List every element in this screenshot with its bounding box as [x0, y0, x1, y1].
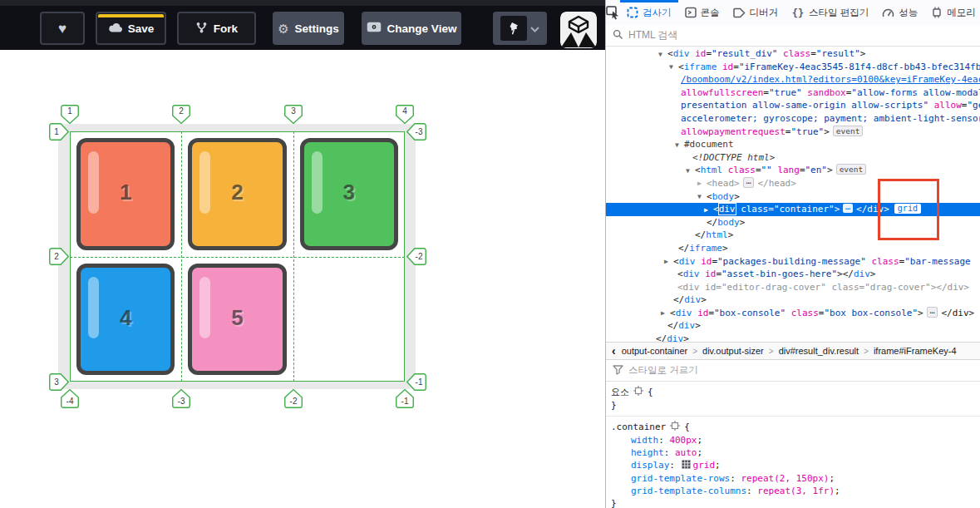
css-property[interactable]: width: 400px; — [611, 434, 980, 446]
grid-line-number-marker: 3 — [49, 373, 69, 391]
markup-row[interactable]: ▼<iframe id="iFrameKey-4eac3545-81f4-d8c… — [606, 61, 980, 74]
ellipsis-badge[interactable]: ⋯ — [743, 177, 755, 188]
ellipsis-badge[interactable]: ⋯ — [927, 307, 938, 318]
expand-arrow-icon[interactable]: ▼ — [697, 190, 707, 203]
tab-performance[interactable]: 성능 — [875, 0, 924, 25]
save-button[interactable]: Save — [96, 12, 166, 45]
ellipsis-badge[interactable]: ⋯ — [843, 204, 853, 213]
event-badge[interactable]: event — [836, 164, 867, 175]
tab-debugger[interactable]: 디버거 — [726, 0, 785, 25]
grid-row-line — [70, 257, 405, 258]
markup-row[interactable]: <div id="editor-drag-cover" class="drag-… — [606, 281, 980, 294]
markup-text: = — [716, 269, 721, 279]
svg-text:-1: -1 — [401, 397, 409, 406]
markup-row[interactable]: ▶<div id="packages-building-message" cla… — [606, 255, 980, 269]
css-property[interactable]: grid-template-rows: repeat(2, 150px); — [611, 472, 980, 485]
markup-text: body — [717, 217, 740, 228]
fork-button[interactable]: Fork — [177, 12, 256, 45]
css-property[interactable]: grid-template-columns: repeat(3, 1fr); — [611, 485, 980, 497]
pick-element-icon — [606, 6, 620, 20]
css-property[interactable]: display: grid; — [611, 459, 980, 472]
markup-text: "bar-message — [904, 256, 970, 267]
expand-arrow-icon[interactable]: ▼ — [686, 165, 695, 177]
markup-row[interactable]: </iframe> — [606, 242, 980, 255]
markup-row[interactable]: </div> — [606, 333, 980, 342]
markup-row[interactable]: ▼<html class="" lang="en">event — [606, 164, 980, 177]
markup-text: html — [706, 229, 728, 240]
markup-row[interactable]: accelerometer; gyroscope; payment; ambie… — [606, 112, 980, 126]
property-value: 400px — [669, 435, 697, 446]
fork-button-label: Fork — [214, 22, 238, 35]
markup-text: > — [835, 204, 840, 215]
box-number-label: 4 — [81, 305, 170, 331]
tab-inspector[interactable]: 검사기 — [620, 0, 678, 25]
markup-text: < — [678, 62, 684, 72]
codepen-logo[interactable] — [560, 12, 597, 48]
tab-style-editor[interactable]: {}스타일 편집기 — [785, 0, 875, 25]
breadcrumb-item[interactable]: iframe#iFrameKey-4 — [874, 346, 957, 356]
markup-row[interactable]: </div> — [606, 319, 980, 333]
event-badge[interactable]: event — [833, 126, 864, 136]
markup-row[interactable]: </div> — [606, 293, 980, 307]
grid-item-box-2: 2 — [188, 138, 286, 250]
markup-row[interactable]: ▼#document — [606, 138, 980, 151]
markup-row[interactable]: /boomboom/v2/index.html?editors=0100&key… — [606, 73, 980, 86]
markup-row[interactable]: ▶<div id="box-console" class="box box-co… — [606, 307, 980, 320]
box-number-label: 2 — [192, 180, 282, 206]
expand-arrow-icon[interactable]: ▶ — [661, 307, 670, 319]
property-value: repeat(2, 150px) — [741, 473, 829, 484]
expand-arrow-icon[interactable]: ▶ — [697, 177, 707, 190]
breadcrumb-back-icon[interactable]: ‹ — [606, 344, 622, 358]
markup-text: </ — [695, 229, 706, 240]
pin-button[interactable] — [493, 12, 547, 45]
selector-text: .container — [611, 422, 666, 432]
expand-arrow-icon[interactable]: ▶ — [704, 204, 713, 216]
tab-memory[interactable]: 메모리 — [924, 0, 980, 25]
markup-row[interactable]: ▼<div id="result_div" class="result"> — [606, 47, 980, 61]
markup-text: > — [837, 269, 843, 279]
breadcrumb-item[interactable]: output-container — [622, 346, 688, 356]
highlight-target-icon[interactable] — [633, 386, 643, 399]
fork-icon — [195, 22, 208, 36]
tab-label: 메모리 — [947, 7, 976, 19]
tab-console[interactable]: 콘솔 — [678, 0, 726, 25]
box-number-label: 5 — [192, 305, 282, 331]
markup-row[interactable]: <div id="asset-bin-goes-here"></div> — [606, 268, 980, 281]
preview-canvas: 12345 1234-4-3-2-1123-3-2-1 — [0, 50, 605, 508]
html-search-bar[interactable]: HTML 검색 — [606, 25, 980, 47]
svg-text:-3: -3 — [416, 127, 423, 136]
markup-text: div — [667, 333, 683, 342]
markup-row[interactable]: presentation allow-same-origin allow-scr… — [606, 99, 980, 112]
expand-arrow-icon[interactable]: ▼ — [658, 48, 667, 61]
markup-text: < — [695, 165, 701, 175]
markup-row[interactable]: <!DOCTYPE html> — [606, 151, 980, 165]
markup-text: "allow-forms allow-modal — [851, 87, 980, 98]
change-view-button[interactable]: Change View — [362, 12, 461, 45]
markup-text: </ — [673, 294, 684, 305]
expand-arrow-icon[interactable]: ▼ — [669, 61, 678, 73]
breadcrumb-item[interactable]: div.output-sizer — [702, 346, 764, 356]
markup-text: > — [722, 243, 728, 254]
style-filter-bar[interactable]: 스타일로 거르기 — [606, 360, 980, 382]
markup-row[interactable]: allowpaymentrequest="true">event — [606, 126, 980, 139]
settings-button[interactable]: ⚙ Settings — [273, 12, 344, 45]
css-property[interactable]: height: auto; — [611, 446, 980, 459]
breadcrumb-separator: > — [769, 347, 774, 356]
grid-toggle-icon[interactable] — [682, 460, 691, 472]
expand-arrow-icon[interactable]: ▼ — [675, 139, 684, 151]
markup-text: class — [791, 308, 819, 318]
grid-line-number-marker: 2 — [172, 105, 190, 124]
grid-item-box-4: 4 — [76, 264, 175, 376]
pick-element-button[interactable] — [606, 0, 620, 25]
markup-text: div — [854, 269, 870, 279]
css-rule-selector[interactable]: 요소{ — [611, 386, 980, 399]
like-button[interactable]: ♥ — [40, 12, 85, 45]
css-rule-selector[interactable]: .container{ — [611, 421, 980, 434]
grid-line-number-marker: -2 — [406, 248, 426, 265]
property-value: auto — [675, 447, 697, 458]
expand-arrow-icon[interactable]: ▶ — [664, 255, 673, 268]
inspector-icon — [627, 7, 638, 18]
highlight-target-icon[interactable] — [670, 421, 680, 434]
breadcrumb-item[interactable]: div#result_div.result — [779, 346, 859, 356]
markup-row[interactable]: allowfullscreen="true" sandbox="allow-fo… — [606, 86, 980, 100]
